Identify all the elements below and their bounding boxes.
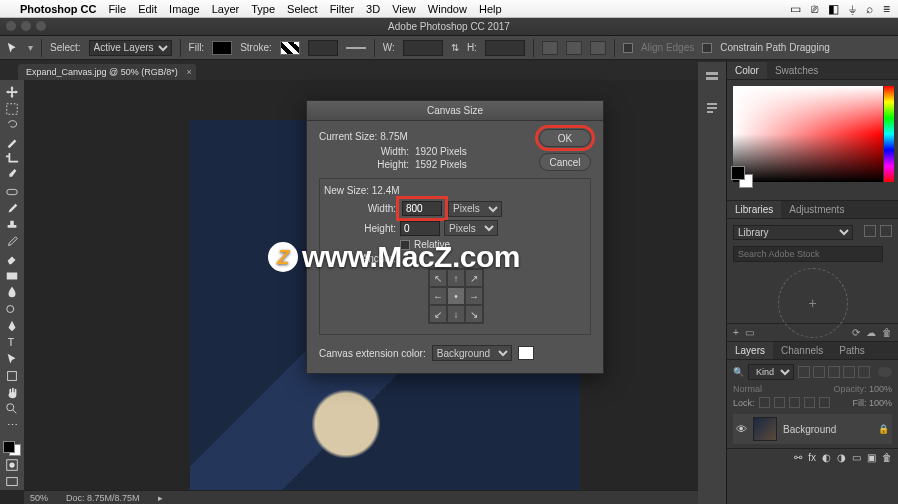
dodge-tool[interactable] xyxy=(2,301,22,317)
hue-slider[interactable] xyxy=(884,86,894,182)
channels-tab[interactable]: Channels xyxy=(773,342,831,359)
kind-select[interactable]: Kind xyxy=(748,364,794,380)
layers-tab[interactable]: Layers xyxy=(727,342,773,359)
anchor-sw[interactable]: ↙ xyxy=(429,305,447,323)
foreground-background-color[interactable] xyxy=(3,441,21,457)
kind-icon[interactable]: 🔍 xyxy=(733,367,744,377)
type-tool[interactable]: T xyxy=(2,335,22,351)
tool-preset-dropdown-icon[interactable]: ▾ xyxy=(28,42,33,53)
visibility-icon[interactable]: 👁 xyxy=(736,423,747,435)
eyedropper-tool[interactable] xyxy=(2,168,22,184)
cancel-button[interactable]: Cancel xyxy=(539,153,591,171)
filter-adj-icon[interactable] xyxy=(813,366,825,378)
menu-help[interactable]: Help xyxy=(479,3,502,15)
filter-type-icon[interactable] xyxy=(828,366,840,378)
new-layer-icon[interactable]: ▣ xyxy=(867,452,876,463)
move-tool-icon[interactable] xyxy=(6,41,20,55)
display-icon[interactable]: ⎚ xyxy=(811,2,818,16)
adjustments-tab[interactable]: Adjustments xyxy=(781,201,852,218)
menu-3d[interactable]: 3D xyxy=(366,3,380,15)
hand-tool[interactable] xyxy=(2,385,22,401)
screen-icon[interactable]: ▭ xyxy=(790,2,801,16)
library-select[interactable]: Library xyxy=(733,225,853,240)
edit-toolbar-icon[interactable]: ⋯ xyxy=(2,418,22,434)
lock-transparent-icon[interactable] xyxy=(759,397,770,408)
screen-mode-icon[interactable] xyxy=(2,474,22,490)
filter-shape-icon[interactable] xyxy=(843,366,855,378)
link-wh-icon[interactable]: ⇅ xyxy=(451,42,459,53)
align-edges-checkbox[interactable] xyxy=(623,43,633,53)
menu-select[interactable]: Select xyxy=(287,3,318,15)
link-layers-icon[interactable]: ⚯ xyxy=(794,452,802,463)
group-icon[interactable]: ▭ xyxy=(852,452,861,463)
blend-mode[interactable]: Normal xyxy=(733,384,762,394)
menu-layer[interactable]: Layer xyxy=(212,3,240,15)
wand-tool[interactable] xyxy=(2,134,22,150)
anchor-se[interactable]: ↘ xyxy=(465,305,483,323)
eraser-tool[interactable] xyxy=(2,251,22,267)
menu-window[interactable]: Window xyxy=(428,3,467,15)
width-input[interactable] xyxy=(402,201,442,216)
lib-view1-icon[interactable] xyxy=(864,225,876,237)
minimize-icon[interactable] xyxy=(21,21,31,31)
path-op-icon[interactable] xyxy=(542,41,558,55)
width-unit-select[interactable]: Pixels xyxy=(448,201,502,217)
color-tab[interactable]: Color xyxy=(727,62,767,79)
app-name[interactable]: Photoshop CC xyxy=(20,3,96,15)
menu-edit[interactable]: Edit xyxy=(138,3,157,15)
filter-toggle[interactable] xyxy=(878,367,892,377)
anchor-s[interactable]: ↓ xyxy=(447,305,465,323)
history-panel-icon[interactable] xyxy=(704,70,720,86)
stroke-swatch[interactable] xyxy=(280,41,300,55)
ext-color-select[interactable]: Background xyxy=(432,345,512,361)
stroke-width-input[interactable] xyxy=(308,40,338,56)
lib-cloud-icon[interactable]: ☁ xyxy=(866,327,876,338)
quick-mask-icon[interactable] xyxy=(2,457,22,473)
lock-position-icon[interactable] xyxy=(789,397,800,408)
shape-height-input[interactable] xyxy=(485,40,525,56)
lock-image-icon[interactable] xyxy=(774,397,785,408)
align-icon[interactable] xyxy=(566,41,582,55)
brush-tool[interactable] xyxy=(2,201,22,217)
shape-tool[interactable] xyxy=(2,368,22,384)
path-select-tool[interactable] xyxy=(2,351,22,367)
wifi-icon[interactable]: ⏚ xyxy=(849,2,856,16)
filter-pixel-icon[interactable] xyxy=(798,366,810,378)
ok-button[interactable]: OK xyxy=(539,129,591,147)
menu-view[interactable]: View xyxy=(392,3,416,15)
doc-info[interactable]: Doc: 8.75M/8.75M xyxy=(66,493,140,503)
trash-icon[interactable]: 🗑 xyxy=(882,452,892,463)
zoom-icon[interactable] xyxy=(36,21,46,31)
close-icon[interactable] xyxy=(6,21,16,31)
lasso-tool[interactable] xyxy=(2,117,22,133)
doc-info-chevron-icon[interactable]: ▸ xyxy=(158,493,163,503)
fx-icon[interactable]: fx xyxy=(808,452,816,463)
height-unit-select[interactable]: Pixels xyxy=(444,220,498,236)
document-tab[interactable]: Expand_Canvas.jpg @ 50% (RGB/8*) × xyxy=(18,64,196,80)
panel-fgbg[interactable] xyxy=(731,166,753,188)
shape-width-input[interactable] xyxy=(403,40,443,56)
bluetooth-icon[interactable]: ◧ xyxy=(828,2,839,16)
zoom-level[interactable]: 50% xyxy=(30,493,48,503)
filter-smart-icon[interactable] xyxy=(858,366,870,378)
libraries-tab[interactable]: Libraries xyxy=(727,201,781,218)
zoom-tool[interactable] xyxy=(2,401,22,417)
anchor-c[interactable]: • xyxy=(447,287,465,305)
marquee-tool[interactable] xyxy=(2,101,22,117)
lib-view2-icon[interactable] xyxy=(880,225,892,237)
opacity-value[interactable]: 100% xyxy=(869,384,892,394)
menu-file[interactable]: File xyxy=(108,3,126,15)
blur-tool[interactable] xyxy=(2,284,22,300)
stamp-tool[interactable] xyxy=(2,218,22,234)
adj-layer-icon[interactable]: ◑ xyxy=(837,452,846,463)
lib-add-icon[interactable]: + xyxy=(733,327,739,338)
paths-tab[interactable]: Paths xyxy=(831,342,873,359)
lock-all-icon[interactable] xyxy=(819,397,830,408)
menu-type[interactable]: Type xyxy=(251,3,275,15)
arrange-icon[interactable] xyxy=(590,41,606,55)
menu-filter[interactable]: Filter xyxy=(330,3,354,15)
heal-tool[interactable] xyxy=(2,184,22,200)
anchor-w[interactable]: ← xyxy=(429,287,447,305)
properties-panel-icon[interactable] xyxy=(704,100,720,116)
menu-extra-icon[interactable]: ≡ xyxy=(883,2,890,16)
